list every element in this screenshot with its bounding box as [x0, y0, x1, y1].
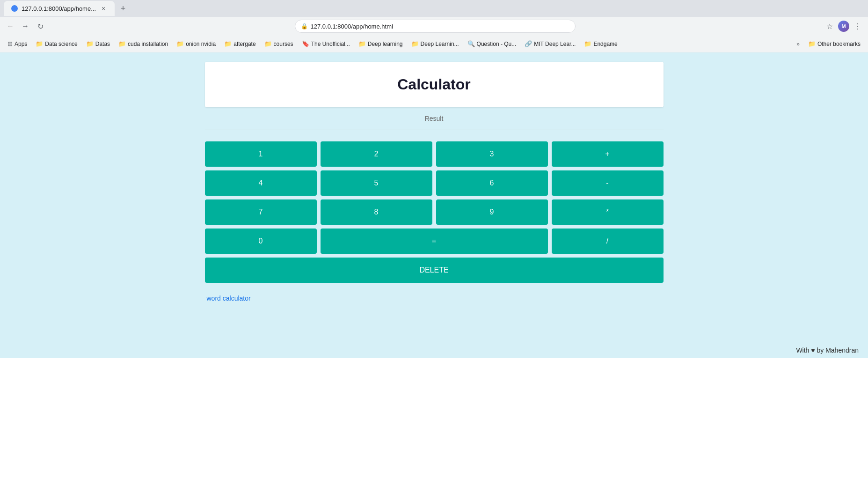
apps-icon: ⊞: [7, 40, 13, 47]
tab-close-button[interactable]: ×: [100, 5, 107, 12]
button-divide[interactable]: /: [552, 229, 664, 254]
folder-icon: 📁: [118, 40, 126, 47]
bookmark-endgame-label: Endgame: [593, 41, 617, 47]
folder-icon: 📁: [808, 40, 816, 47]
search-icon: 🔍: [467, 40, 475, 47]
link-icon: 🔗: [525, 40, 532, 47]
browser-chrome: 127.0.0.1:8000/app/home... × + ← → ↻ 🔒 1…: [0, 0, 868, 358]
button-3[interactable]: 3: [436, 141, 548, 167]
word-calculator-link[interactable]: word calculator: [207, 295, 251, 302]
result-label: Result: [425, 115, 444, 122]
bookmark-mit-label: MIT Deep Lear...: [534, 41, 576, 47]
bookmark-question-label: Question - Qu...: [477, 41, 517, 47]
new-tab-button[interactable]: +: [117, 2, 130, 15]
bookmark-data-science-label: Data science: [45, 41, 77, 47]
bookmark-aftergate-label: aftergate: [233, 41, 255, 47]
page-content: Calculator Result 1 2 3 + 4 5 6 - 7 8 9 …: [0, 52, 868, 343]
bookmark-cuda-label: cuda installation: [128, 41, 168, 47]
button-2[interactable]: 2: [321, 141, 432, 167]
button-7[interactable]: 7: [205, 199, 317, 225]
folder-icon: 📁: [224, 40, 232, 47]
button-8[interactable]: 8: [321, 199, 432, 225]
bookmark-courses[interactable]: 📁 courses: [261, 38, 297, 49]
other-bookmarks[interactable]: 📁 Other bookmarks: [804, 38, 864, 49]
bookmark-datas-label: Datas: [95, 41, 110, 47]
bookmark-cuda[interactable]: 📁 cuda installation: [115, 38, 172, 49]
more-bookmarks-button[interactable]: »: [793, 39, 803, 49]
forward-button[interactable]: →: [19, 20, 32, 33]
button-4[interactable]: 4: [205, 170, 317, 196]
folder-icon: 📁: [411, 40, 419, 47]
tab-title: 127.0.0.1:8000/app/home...: [22, 5, 96, 12]
bookmark-deep-learning[interactable]: 📁 Deep learning: [355, 38, 407, 49]
credit-bar: With ♥ by Mahendran: [0, 343, 868, 358]
active-tab[interactable]: 127.0.0.1:8000/app/home... ×: [4, 1, 115, 16]
bookmarks-bar: ⊞ Apps 📁 Data science 📁 Datas 📁 cuda ins…: [0, 36, 868, 52]
folder-icon: 📁: [176, 40, 184, 47]
bookmark-icon: 🔖: [302, 40, 309, 47]
bookmark-apps-label: Apps: [15, 41, 27, 47]
bookmark-data-science[interactable]: 📁 Data science: [32, 38, 81, 49]
calculator-title: Calculator: [219, 76, 649, 93]
footer-link-container: word calculator: [205, 294, 664, 302]
bookmark-courses-label: courses: [274, 41, 293, 47]
bookmark-endgame[interactable]: 📁 Endgame: [580, 38, 621, 49]
tab-bar: 127.0.0.1:8000/app/home... × +: [0, 0, 868, 17]
bookmark-unofficial[interactable]: 🔖 The Unofficial...: [298, 38, 354, 49]
divider: [205, 130, 664, 130]
bookmark-star-button[interactable]: ☆: [823, 20, 836, 33]
button-1[interactable]: 1: [205, 141, 317, 167]
bookmark-deep-learning2[interactable]: 📁 Deep Learnin...: [408, 38, 463, 49]
folder-icon: 📁: [86, 40, 94, 47]
button-0[interactable]: 0: [205, 229, 317, 254]
bookmark-deep-learning-label: Deep learning: [368, 41, 403, 47]
button-delete[interactable]: DELETE: [205, 258, 664, 283]
menu-button[interactable]: ⋮: [851, 20, 864, 33]
calculator-header: Calculator: [205, 62, 664, 107]
lock-icon: 🔒: [301, 23, 308, 29]
button-minus[interactable]: -: [552, 170, 664, 196]
result-area: Result: [205, 107, 664, 130]
bookmark-question[interactable]: 🔍 Question - Qu...: [464, 38, 520, 49]
folder-icon: 📁: [358, 40, 366, 47]
bookmark-apps[interactable]: ⊞ Apps: [4, 38, 31, 49]
button-plus[interactable]: +: [552, 141, 664, 167]
address-bar: ← → ↻ 🔒 127.0.0.1:8000/app/home.html ☆ M…: [0, 17, 868, 36]
other-bookmarks-label: Other bookmarks: [817, 41, 861, 47]
url-field[interactable]: 🔒 127.0.0.1:8000/app/home.html: [295, 20, 576, 33]
profile-button[interactable]: M: [838, 21, 849, 32]
folder-icon: 📁: [584, 40, 591, 47]
calculator-grid: 1 2 3 + 4 5 6 - 7 8 9 * 0 = / DELETE: [205, 141, 664, 283]
reload-button[interactable]: ↻: [34, 20, 47, 33]
button-9[interactable]: 9: [436, 199, 548, 225]
tab-favicon: [11, 5, 18, 12]
button-5[interactable]: 5: [321, 170, 432, 196]
button-6[interactable]: 6: [436, 170, 548, 196]
back-button[interactable]: ←: [4, 20, 17, 33]
url-text: 127.0.0.1:8000/app/home.html: [311, 23, 393, 30]
bookmark-onion-label: onion nvidia: [186, 41, 216, 47]
folder-icon: 📁: [36, 40, 43, 47]
credit-text: With ♥ by Mahendran: [796, 347, 859, 354]
bookmark-datas[interactable]: 📁 Datas: [82, 38, 114, 49]
bookmark-aftergate[interactable]: 📁 aftergate: [220, 38, 259, 49]
bookmark-unofficial-label: The Unofficial...: [311, 41, 350, 47]
button-equals[interactable]: =: [321, 229, 548, 254]
bookmark-onion-nvidia[interactable]: 📁 onion nvidia: [173, 38, 219, 49]
bookmark-deep-learning2-label: Deep Learnin...: [421, 41, 459, 47]
bookmark-mit[interactable]: 🔗 MIT Deep Lear...: [521, 38, 579, 49]
button-multiply[interactable]: *: [552, 199, 664, 225]
folder-icon: 📁: [264, 40, 272, 47]
